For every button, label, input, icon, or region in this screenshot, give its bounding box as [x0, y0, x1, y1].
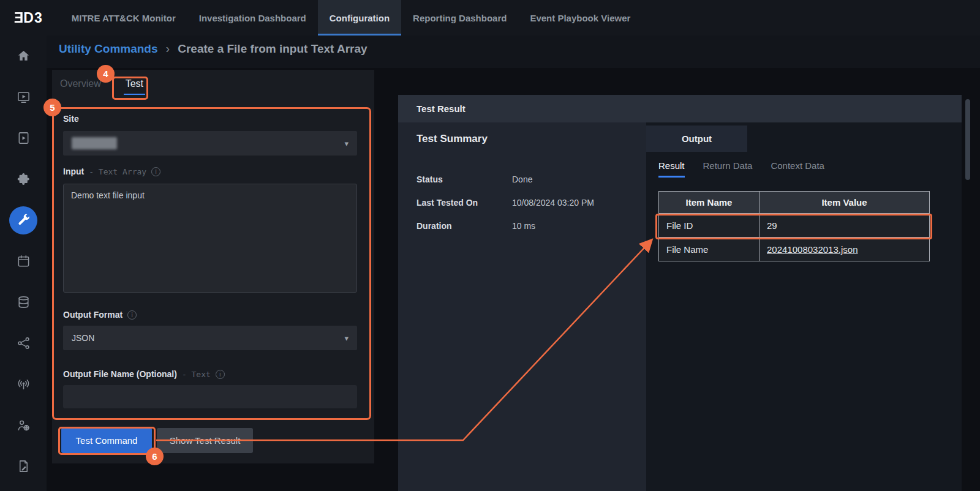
- test-result-header: Test Result: [398, 95, 962, 122]
- chevron-down-icon: ▾: [344, 334, 349, 343]
- tools-icon: [16, 213, 31, 228]
- nav-investigation-dashboard[interactable]: Investigation Dashboard: [187, 0, 318, 36]
- header-item-name: Item Name: [659, 192, 760, 214]
- nav-configuration[interactable]: Configuration: [318, 0, 401, 36]
- output-subtabs: Result Return Data Context Data: [658, 160, 824, 178]
- breadcrumb: Utility Commands › Create a File from in…: [59, 42, 368, 56]
- site-value-redacted: [72, 137, 117, 149]
- d3-logo[interactable]: ED3: [13, 10, 43, 26]
- summary-label: Last Tested On: [417, 198, 512, 208]
- output-file-name-type-hint: - Text: [182, 370, 211, 379]
- icon-sidebar: [0, 36, 47, 491]
- summary-value: 10/08/2024 03:20 PM: [512, 198, 594, 208]
- sidebar-item-home[interactable]: [0, 36, 47, 77]
- sidebar-item-data-management[interactable]: [0, 282, 47, 323]
- monitor-play-icon: [17, 90, 31, 104]
- summary-value: 10 ms: [512, 221, 535, 231]
- sidebar-item-reports[interactable]: [0, 446, 47, 487]
- input-label: Input: [63, 167, 84, 176]
- nav-event-playbook-viewer[interactable]: Event Playbook Viewer: [518, 0, 642, 36]
- summary-row-duration: Duration 10 ms: [417, 221, 535, 231]
- form-tabs: Overview Test: [58, 77, 145, 95]
- site-label: Site: [63, 114, 79, 124]
- info-icon[interactable]: i: [216, 370, 225, 379]
- output-region: Output Result Return Data Context Data I…: [646, 122, 962, 491]
- output-format-value: JSON: [72, 333, 94, 343]
- tab-output[interactable]: Output: [646, 126, 747, 152]
- cell-file-name-value: 20241008032013.json: [760, 238, 930, 261]
- summary-value: Done: [512, 174, 532, 184]
- tab-test[interactable]: Test: [124, 77, 145, 95]
- subtab-result[interactable]: Result: [658, 160, 685, 178]
- chevron-down-icon: ▾: [344, 139, 349, 148]
- site-label-row: Site: [63, 114, 79, 124]
- sidebar-item-utility-commands[interactable]: [0, 200, 47, 241]
- output-format-label-row: Output Format i: [63, 310, 137, 320]
- output-file-name-label-row: Output File Name (Optional) - Text i: [63, 369, 225, 379]
- test-result-title: Test Result: [417, 103, 466, 114]
- sidebar-item-geo-users[interactable]: [0, 405, 47, 446]
- d3-logo-reversed-e: E: [13, 10, 23, 26]
- chevron-right-icon: ›: [166, 42, 170, 56]
- output-file-name-label: Output File Name (Optional): [63, 369, 177, 379]
- summary-row-last-tested: Last Tested On 10/08/2024 03:20 PM: [417, 198, 594, 208]
- sidebar-item-broadcast[interactable]: [0, 364, 47, 405]
- nav-mitre-attack-monitor[interactable]: MITRE ATT&CK Monitor: [60, 0, 187, 36]
- table-row-file-id: File ID 29: [659, 214, 930, 238]
- input-type-hint: - Text Array: [89, 167, 146, 176]
- output-format-select[interactable]: JSON ▾: [63, 326, 357, 350]
- scrollbar[interactable]: [965, 99, 970, 180]
- info-icon[interactable]: i: [151, 167, 160, 176]
- summary-row-status: Status Done: [417, 174, 532, 184]
- database-icon: [17, 295, 31, 309]
- header-item-value: Item Value: [760, 192, 930, 214]
- sidebar-item-playbooks[interactable]: [0, 118, 47, 159]
- output-format-label: Output Format: [63, 310, 123, 320]
- sidebar-item-integrations[interactable]: [0, 159, 47, 200]
- share-network-icon: [17, 336, 31, 350]
- input-textarea[interactable]: Demo text file input: [63, 184, 357, 293]
- test-command-button[interactable]: Test Command: [61, 428, 152, 453]
- cell-file-id-name: File ID: [659, 214, 760, 238]
- puzzle-icon: [17, 172, 31, 186]
- breadcrumb-current-page: Create a File from input Text Array: [178, 42, 367, 56]
- table-header-row: Item Name Item Value: [659, 192, 930, 214]
- sidebar-item-event-monitor[interactable]: [0, 77, 47, 118]
- summary-label: Duration: [417, 221, 512, 231]
- info-icon[interactable]: i: [127, 310, 137, 320]
- cell-file-name-name: File Name: [659, 238, 760, 261]
- subtab-context-data[interactable]: Context Data: [771, 160, 824, 178]
- broadcast-icon: [17, 377, 31, 391]
- breadcrumb-utility-commands[interactable]: Utility Commands: [59, 42, 158, 56]
- command-form-panel: Overview Test Site ▾ Input - Text Array …: [52, 70, 374, 463]
- sidebar-item-schedule[interactable]: [0, 241, 47, 282]
- cell-file-id-value: 29: [760, 214, 930, 238]
- top-nav-items: MITRE ATT&CK Monitor Investigation Dashb…: [60, 0, 643, 36]
- app-root: ED3 MITRE ATT&CK Monitor Investigation D…: [0, 0, 980, 491]
- nav-reporting-dashboard[interactable]: Reporting Dashboard: [401, 0, 518, 36]
- show-test-result-button[interactable]: Show Test Result: [157, 428, 253, 453]
- file-play-icon: [17, 131, 31, 145]
- test-summary-title: Test Summary: [417, 133, 488, 145]
- d3-logo-text: D3: [23, 10, 42, 26]
- summary-label: Status: [417, 174, 512, 184]
- top-nav: ED3 MITRE ATT&CK Monitor Investigation D…: [0, 0, 980, 36]
- user-globe-icon: [17, 418, 31, 432]
- output-file-name-input[interactable]: [63, 385, 357, 408]
- file-download-link[interactable]: 20241008032013.json: [767, 244, 858, 255]
- calendar-icon: [17, 254, 31, 268]
- result-table: Item Name Item Value File ID 29 File Nam…: [658, 191, 930, 261]
- table-row-file-name: File Name 20241008032013.json: [659, 238, 930, 261]
- sidebar-item-connections[interactable]: [0, 323, 47, 364]
- tab-overview[interactable]: Overview: [58, 77, 103, 95]
- home-icon: [17, 49, 31, 63]
- site-select[interactable]: ▾: [63, 131, 357, 156]
- document-signature-icon: [17, 459, 31, 473]
- subtab-return-data[interactable]: Return Data: [703, 160, 753, 178]
- test-result-panel: Test Result Test Summary Status Done Las…: [398, 95, 962, 491]
- input-label-row: Input - Text Array i: [63, 167, 160, 176]
